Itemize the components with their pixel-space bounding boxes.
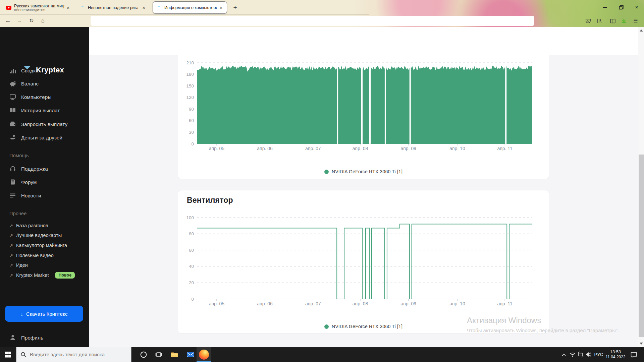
item-label: История выплат: [21, 108, 60, 113]
minimize-icon: [603, 7, 607, 8]
close-tab-icon[interactable]: ×: [141, 5, 147, 10]
person-icon: [9, 334, 16, 341]
sidebar-item-computers[interactable]: Компьютеры: [9, 93, 51, 101]
item-label: Форум: [21, 179, 37, 185]
tab-kryptex-rig[interactable]: Непонятное падение рига - Hy ×: [76, 1, 150, 14]
close-tab-icon[interactable]: ×: [218, 5, 224, 10]
page-content: 0306090120150180210апр. 05апр. 06апр. 07…: [89, 27, 638, 347]
action-center-icon: [630, 351, 637, 358]
scroll-down-icon[interactable]: [640, 343, 643, 345]
address-bar[interactable]: [91, 16, 534, 26]
sidebar-link-ideas[interactable]: ↗ Идеи: [9, 261, 28, 269]
sidebar-item-payout-history[interactable]: История выплат: [9, 106, 60, 114]
document-icon: [9, 179, 16, 185]
watermark-title: Активация Windows: [467, 316, 619, 325]
tab-bar: Русских заменяют на мигрант ВОСПРОИЗВОДИ…: [0, 0, 644, 15]
time-label: 13:53: [610, 349, 621, 355]
external-link-icon: ↗: [9, 273, 13, 278]
download-kryptex-button[interactable]: ↓ Скачать Криптекс: [5, 306, 83, 322]
back-button[interactable]: ←: [3, 16, 13, 25]
svg-text:120: 120: [186, 95, 194, 100]
clock[interactable]: 13:53 11.04.2022: [605, 347, 626, 362]
sidebar-link-mining-calculator[interactable]: ↗ Калькулятор майнинга: [9, 242, 67, 249]
menu-hamburger-icon[interactable]: ☰: [632, 17, 639, 24]
taskbar-search[interactable]: [16, 347, 131, 362]
language-indicator[interactable]: РУС: [592, 347, 605, 362]
cast-display-icon[interactable]: [576, 347, 585, 362]
tab-title: Информация о компьютере | K: [164, 5, 217, 10]
sidebar-item-news[interactable]: Новости: [9, 191, 41, 199]
external-link-icon: ↗: [9, 253, 13, 258]
link-label: Идеи: [16, 262, 28, 268]
tab-title: Непонятное падение рига - Hy: [88, 5, 138, 10]
cortana-button[interactable]: [136, 347, 151, 362]
home-button[interactable]: ⌂: [38, 16, 48, 25]
window-close-button[interactable]: ×: [632, 3, 642, 11]
file-explorer-button[interactable]: [167, 347, 182, 362]
fan-line-chart: 020406080100апр. 05апр. 06апр. 07апр. 08…: [178, 190, 549, 309]
library-icon[interactable]: [596, 17, 603, 24]
sidebar-link-useful-videos[interactable]: ↗ Полезные видео: [9, 252, 54, 259]
scroll-up-icon[interactable]: [640, 29, 643, 32]
page-header-strip: [89, 27, 638, 55]
sidebar-item-forum[interactable]: Форум: [9, 178, 37, 186]
extension-download-icon[interactable]: [620, 17, 628, 24]
svg-text:0: 0: [191, 297, 194, 302]
news-lines-icon: [9, 192, 16, 199]
headset-icon: [9, 165, 16, 172]
sidebar-item-profile[interactable]: Профиль: [9, 334, 43, 342]
action-center-button[interactable]: [628, 347, 639, 362]
sidebar-link-kryptex-market[interactable]: ↗ Kryptex Market Новое: [9, 272, 75, 279]
svg-text:150: 150: [186, 83, 194, 88]
start-button[interactable]: [0, 347, 16, 362]
window-minimize-button[interactable]: [600, 3, 610, 11]
download-label: Скачать Криптекс: [26, 311, 67, 317]
task-view-icon: [155, 351, 162, 358]
firefox-button[interactable]: [197, 347, 211, 362]
link-label: Калькулятор майнинга: [16, 243, 67, 248]
pocket-icon[interactable]: [584, 17, 592, 24]
tray-chevron-up-icon[interactable]: [559, 347, 568, 362]
link-label: Лучшие видеокарты: [16, 233, 62, 238]
sidebar-item-support[interactable]: Поддержка: [9, 165, 48, 173]
svg-text:апр. 05: апр. 05: [209, 146, 225, 151]
link-label: Kryptex Market: [16, 273, 49, 278]
sidebar-toggle-icon[interactable]: [609, 17, 616, 24]
new-tab-button[interactable]: +: [231, 3, 239, 12]
svg-text:0: 0: [191, 141, 194, 146]
tab-youtube[interactable]: Русских заменяют на мигрант ВОСПРОИЗВОДИ…: [3, 1, 74, 14]
svg-text:апр. 10: апр. 10: [449, 146, 465, 151]
sidebar-item-referral[interactable]: Деньги за друзей: [9, 133, 62, 141]
tab-computer-info-active[interactable]: Информация о компьютере | K ×: [153, 1, 227, 14]
speaker-icon[interactable]: [584, 347, 593, 362]
svg-text:30: 30: [189, 130, 194, 135]
browser-toolbar: ← → ↻ ⌂ ☰: [0, 15, 644, 27]
item-label: Запросить выплату: [21, 121, 68, 127]
reload-button[interactable]: ↻: [27, 16, 36, 25]
piggy-bank-icon: [9, 80, 16, 87]
sidebar-link-best-gpus[interactable]: ↗ Лучшие видеокарты: [9, 232, 62, 239]
youtube-icon: [6, 5, 11, 10]
wifi-icon[interactable]: [568, 347, 577, 362]
scrollbar-thumb[interactable]: [639, 155, 644, 337]
window-restore-button[interactable]: [616, 3, 626, 11]
task-view-button[interactable]: [151, 347, 166, 362]
sidebar-item-summary[interactable]: Сводка: [9, 66, 39, 74]
monitor-icon: [9, 94, 16, 100]
svg-text:апр. 08: апр. 08: [353, 146, 368, 151]
mail-button[interactable]: [183, 347, 198, 362]
vertical-scrollbar[interactable]: [638, 27, 644, 347]
svg-text:20: 20: [189, 280, 194, 285]
watermark-subtitle: Чтобы активировать Windows, перейдите в …: [467, 327, 619, 333]
sidebar-section-other: Прочее: [9, 211, 27, 216]
sidebar-item-request-payout[interactable]: Запросить выплату: [9, 120, 68, 128]
close-tab-icon[interactable]: ×: [65, 5, 71, 10]
link-label: Полезные видео: [16, 253, 54, 258]
forward-button[interactable]: →: [15, 16, 24, 25]
search-input[interactable]: [30, 352, 124, 357]
legend-dot-icon: [324, 170, 329, 174]
windows-logo-icon: [5, 352, 11, 358]
sidebar-link-overclock-db[interactable]: ↗ База разгонов: [9, 222, 48, 229]
kryptex-sidebar: Kryptex Сводка Баланс Компьютеры История…: [0, 27, 89, 347]
sidebar-item-balance[interactable]: Баланс: [9, 79, 39, 87]
